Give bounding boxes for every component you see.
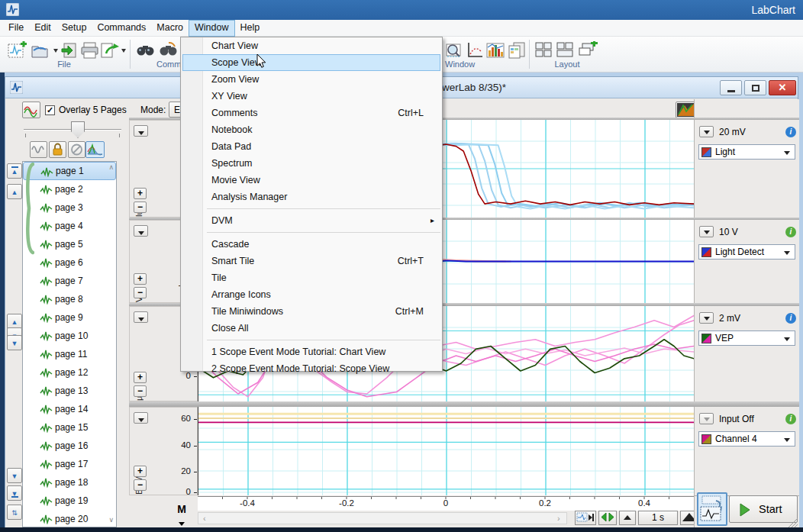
page-prev-button[interactable]: ▲ bbox=[7, 184, 22, 199]
page-item-19[interactable]: page 19 bbox=[23, 492, 116, 510]
menu-edit[interactable]: Edit bbox=[29, 20, 56, 37]
overlay-pages-checkbox[interactable]: ✓ bbox=[45, 105, 55, 115]
menu-item-analysis-manager[interactable]: Analysis Manager bbox=[181, 189, 442, 205]
menu-item-xy-view[interactable]: XY View bbox=[181, 88, 442, 105]
page-item-15[interactable]: page 15 bbox=[23, 418, 116, 437]
range-dropdown[interactable] bbox=[699, 126, 714, 137]
menu-help[interactable]: Help bbox=[235, 20, 266, 37]
channel-select-channel-4[interactable]: Channel 4 bbox=[698, 431, 795, 447]
page-item-2[interactable]: page 2 bbox=[23, 180, 116, 198]
scroll-to-end-button[interactable] bbox=[575, 511, 596, 525]
overlay-settings-button[interactable] bbox=[22, 102, 40, 118]
axis-zoom-in-button[interactable]: + bbox=[134, 466, 147, 477]
import-button[interactable] bbox=[61, 41, 79, 60]
page-item-7[interactable]: page 7 bbox=[23, 272, 116, 290]
data-pad-button[interactable] bbox=[508, 41, 527, 60]
menu-item-arrange-icons[interactable]: Arrange Icons bbox=[181, 286, 442, 303]
no-overlay-button[interactable] bbox=[68, 141, 85, 158]
pages-scroll-up-button[interactable]: ▲ bbox=[7, 314, 22, 329]
menu-item-close-all[interactable]: Close All bbox=[181, 320, 442, 337]
page-item-6[interactable]: page 6 bbox=[23, 253, 116, 272]
page-item-11[interactable]: page 11 bbox=[23, 345, 116, 363]
menu-item-zoom-view[interactable]: Zoom View bbox=[181, 71, 442, 88]
page-item-10[interactable]: page 10 bbox=[23, 327, 116, 345]
page-first-button[interactable]: ▲ bbox=[7, 163, 22, 179]
minimize-button[interactable] bbox=[720, 80, 742, 95]
page-item-9[interactable]: page 9 bbox=[23, 308, 116, 327]
menu-item-data-pad[interactable]: Data Pad bbox=[181, 138, 442, 155]
find-button[interactable] bbox=[136, 41, 156, 60]
pages-scroll-down-button[interactable]: ▼ bbox=[7, 335, 22, 350]
new-layout-button[interactable] bbox=[578, 41, 599, 60]
compress-small-button[interactable] bbox=[619, 511, 636, 525]
new-file-button[interactable] bbox=[8, 41, 27, 60]
axis-zoom-out-button[interactable]: − bbox=[134, 479, 147, 491]
page-item-20[interactable]: page 20 bbox=[23, 510, 116, 527]
tile-horizontal-button[interactable] bbox=[556, 41, 575, 60]
scope-pages-button[interactable] bbox=[697, 492, 727, 526]
resize-grip[interactable] bbox=[787, 517, 798, 527]
maximize-button[interactable] bbox=[744, 80, 766, 95]
page-item-17[interactable]: page 17 bbox=[23, 455, 116, 473]
range-dropdown[interactable] bbox=[699, 226, 714, 237]
channel-select-vep[interactable]: VEP bbox=[698, 330, 795, 346]
expand-time-button[interactable] bbox=[598, 511, 617, 525]
page-item-14[interactable]: page 14 bbox=[23, 400, 116, 418]
menu-item-scope-view[interactable]: Scope View bbox=[182, 54, 440, 71]
open-file-button[interactable] bbox=[31, 41, 58, 60]
overlay-count-slider-thumb[interactable] bbox=[71, 121, 85, 138]
channel-info-icon[interactable]: i bbox=[785, 127, 796, 137]
find-again-button[interactable] bbox=[159, 41, 179, 60]
horizontal-scrollbar[interactable]: ‹ › bbox=[198, 512, 567, 524]
channel-info-icon[interactable]: i bbox=[785, 313, 796, 324]
axis-zoom-out-button[interactable]: − bbox=[134, 202, 147, 213]
lock-pages-button[interactable] bbox=[49, 141, 66, 158]
axis-zoom-in-button[interactable]: + bbox=[134, 188, 147, 199]
overlay-chart-button[interactable] bbox=[85, 141, 105, 158]
menu-item-tile-miniwindows[interactable]: Tile MiniwindowsCtrl+M bbox=[181, 303, 442, 320]
chart-mode-button[interactable] bbox=[676, 102, 695, 118]
marker-well[interactable]: M bbox=[175, 503, 189, 529]
xy-view-button[interactable] bbox=[466, 41, 484, 60]
zoom-window-button[interactable] bbox=[445, 41, 463, 60]
menu-item-tile[interactable]: Tile bbox=[181, 269, 442, 286]
time-scale-button[interactable]: 1 s bbox=[638, 511, 678, 525]
range-dropdown[interactable] bbox=[699, 413, 714, 424]
menu-window[interactable]: Window bbox=[189, 20, 234, 37]
range-dropdown[interactable] bbox=[699, 312, 714, 324]
pages-list[interactable]: page 1page 2page 3page 4page 5page 6page… bbox=[22, 161, 117, 527]
page-item-18[interactable]: page 18 bbox=[23, 473, 116, 492]
scroll-left-icon[interactable]: ‹ bbox=[203, 514, 206, 523]
axis-zoom-in-button[interactable]: + bbox=[134, 273, 147, 285]
menu-file[interactable]: File bbox=[3, 20, 29, 37]
menu-setup[interactable]: Setup bbox=[56, 20, 92, 37]
page-item-8[interactable]: page 8 bbox=[23, 290, 116, 308]
menu-commands[interactable]: Commands bbox=[92, 20, 151, 37]
list-scroll-down-icon[interactable]: ∨ bbox=[108, 516, 114, 524]
panel-divider[interactable] bbox=[129, 401, 799, 407]
menu-item-movie-view[interactable]: Movie View bbox=[181, 172, 442, 189]
wave-display-button[interactable] bbox=[30, 141, 47, 158]
page-item-3[interactable]: page 3 bbox=[23, 198, 116, 217]
menu-item-spectrum[interactable]: Spectrum bbox=[181, 155, 442, 172]
page-last-button[interactable]: ▼ bbox=[7, 485, 22, 501]
page-item-16[interactable]: page 16 bbox=[23, 437, 116, 455]
marker-m[interactable]: M bbox=[175, 503, 189, 515]
channel-info-icon[interactable]: i bbox=[785, 227, 796, 237]
page-item-12[interactable]: page 12 bbox=[23, 363, 116, 382]
print-button[interactable] bbox=[81, 41, 99, 60]
axis-zoom-out-button[interactable]: − bbox=[134, 385, 147, 397]
axis-zoom-out-button[interactable]: − bbox=[134, 287, 147, 298]
page-item-1[interactable]: page 1 bbox=[23, 162, 116, 180]
menu-item-notebook[interactable]: Notebook bbox=[181, 121, 442, 138]
menu-item-smart-tile[interactable]: Smart TileCtrl+T bbox=[181, 253, 442, 269]
axis-zoom-in-button[interactable]: + bbox=[134, 372, 147, 383]
tile-quad-button[interactable] bbox=[535, 41, 553, 60]
menu-item-comments[interactable]: CommentsCtrl+L bbox=[181, 105, 442, 121]
scroll-right-icon[interactable]: › bbox=[557, 514, 560, 523]
menu-item-chart-view[interactable]: Chart View bbox=[181, 37, 442, 54]
menu-item-dvm[interactable]: DVM▸ bbox=[181, 212, 442, 229]
list-scroll-up-icon[interactable]: ∧ bbox=[108, 163, 114, 171]
menu-macro[interactable]: Macro bbox=[151, 20, 189, 37]
page-item-5[interactable]: page 5 bbox=[23, 235, 116, 253]
